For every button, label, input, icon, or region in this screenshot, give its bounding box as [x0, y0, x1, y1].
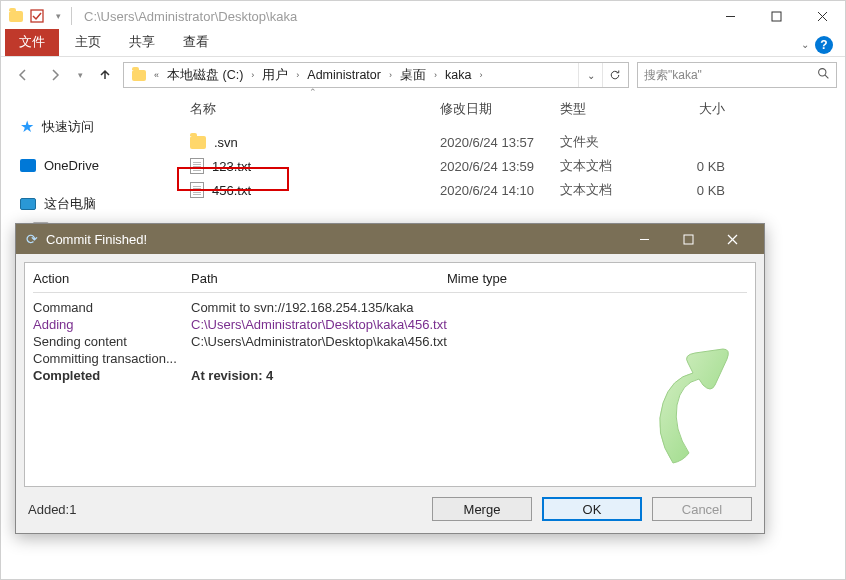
svg-rect-0	[31, 10, 43, 22]
sidebar-item-label: 快速访问	[42, 118, 94, 136]
chevron-right-icon[interactable]: ›	[387, 70, 394, 80]
log-action: Committing transaction...	[33, 351, 191, 366]
column-type[interactable]: 类型	[560, 101, 680, 118]
column-date[interactable]: 修改日期	[440, 101, 560, 118]
log-path: C:\Users\Administrator\Desktop\kaka\456.…	[191, 317, 471, 332]
breadcrumb-item[interactable]: 桌面	[394, 63, 432, 87]
ok-button[interactable]: OK	[542, 497, 642, 521]
chevron-right-icon[interactable]: ›	[432, 70, 439, 80]
maximize-button[interactable]	[753, 1, 799, 31]
log-action: Completed	[33, 368, 191, 383]
close-button[interactable]	[799, 1, 845, 31]
breadcrumb-item[interactable]: kaka	[439, 63, 477, 87]
ribbon-expand-icon[interactable]: ⌄	[801, 39, 809, 50]
dialog-title-bar[interactable]: ⟳ Commit Finished!	[16, 224, 764, 254]
file-size: 0 KB	[680, 159, 725, 174]
onedrive-icon	[20, 159, 36, 172]
search-placeholder: 搜索"kaka"	[644, 67, 702, 84]
sidebar-item-label: 这台电脑	[44, 195, 96, 213]
log-path: At revision: 4	[191, 368, 471, 383]
search-input[interactable]: 搜索"kaka"	[637, 62, 837, 88]
window-title: C:\Users\Administrator\Desktop\kaka	[84, 9, 297, 24]
sidebar-item-label: OneDrive	[44, 158, 99, 173]
breadcrumb-root-icon[interactable]	[126, 63, 152, 87]
dialog-status: Added:1	[28, 502, 76, 517]
nav-back-button[interactable]	[9, 61, 37, 89]
tab-home[interactable]: 主页	[61, 29, 115, 56]
merge-button[interactable]: Merge	[432, 497, 532, 521]
column-headers[interactable]: 名称 修改日期 类型 大小	[172, 95, 844, 120]
file-size: 0 KB	[680, 183, 725, 198]
folder-icon	[190, 136, 206, 149]
qat-dropdown-icon[interactable]: ▾	[49, 7, 67, 25]
chevron-right-icon[interactable]: ›	[477, 70, 484, 80]
sidebar-item-quick-access[interactable]: ★快速访问	[18, 113, 164, 140]
col-action[interactable]: Action	[33, 271, 191, 286]
file-name: .svn	[214, 135, 238, 150]
column-size[interactable]: 大小	[680, 101, 725, 118]
chevron-right-icon[interactable]: ›	[249, 70, 256, 80]
dialog-body: Action Path Mime type CommandCommit to s…	[24, 262, 756, 487]
log-action: Sending content	[33, 334, 191, 349]
file-date: 2020/6/24 14:10	[440, 183, 560, 198]
text-file-icon	[190, 158, 204, 174]
log-row[interactable]: CommandCommit to svn://192.168.254.135/k…	[33, 299, 747, 316]
col-path[interactable]: Path	[191, 271, 447, 286]
log-path: C:\Users\Administrator\Desktop\kaka\456.…	[191, 334, 471, 349]
breadcrumb-item[interactable]: 用户	[256, 63, 294, 87]
dialog-minimize-button[interactable]	[622, 224, 666, 254]
svg-rect-2	[772, 12, 781, 21]
sidebar-item-this-pc[interactable]: 这台电脑	[18, 191, 164, 217]
search-icon[interactable]	[817, 67, 830, 83]
file-name: 456.txt	[212, 183, 251, 198]
file-date: 2020/6/24 13:57	[440, 135, 560, 150]
file-type: 文本文档	[560, 181, 680, 199]
file-row[interactable]: 456.txt 2020/6/24 14:10 文本文档 0 KB	[172, 178, 844, 202]
file-row[interactable]: .svn 2020/6/24 13:57 文件夹	[172, 130, 844, 154]
nav-history-dropdown[interactable]: ▾	[73, 61, 87, 89]
pc-icon	[20, 198, 36, 210]
tab-file[interactable]: 文件	[5, 29, 59, 56]
file-date: 2020/6/24 13:59	[440, 159, 560, 174]
qat-properties-icon[interactable]	[28, 7, 46, 25]
breadcrumb-item[interactable]: Administrator	[301, 63, 387, 87]
cancel-button: Cancel	[652, 497, 752, 521]
dialog-maximize-button[interactable]	[666, 224, 710, 254]
minimize-button[interactable]	[707, 1, 753, 31]
refresh-icon[interactable]	[602, 63, 626, 87]
chevron-right-icon[interactable]: ›	[294, 70, 301, 80]
tab-share[interactable]: 共享	[115, 29, 169, 56]
nav-up-button[interactable]	[91, 61, 119, 89]
log-path	[191, 351, 471, 366]
folder-icon	[7, 7, 25, 25]
text-file-icon	[190, 182, 204, 198]
ribbon-tabs: 文件 主页 共享 查看	[1, 31, 845, 57]
tab-view[interactable]: 查看	[169, 29, 223, 56]
file-row[interactable]: 123.txt 2020/6/24 13:59 文本文档 0 KB	[172, 154, 844, 178]
svg-line-6	[825, 75, 828, 78]
help-icon[interactable]: ?	[815, 36, 833, 54]
file-name: 123.txt	[212, 159, 251, 174]
address-dropdown-icon[interactable]: ⌄	[578, 63, 602, 87]
star-icon: ★	[20, 117, 34, 136]
tortoise-icon: ⟳	[26, 231, 38, 247]
breadcrumb-item[interactable]: 本地磁盘 (C:)	[161, 63, 249, 87]
chevron-right-icon: «	[152, 70, 161, 80]
nav-forward-button[interactable]	[41, 61, 69, 89]
address-bar[interactable]: « 本地磁盘 (C:)› 用户› Administrator› 桌面› kaka…	[123, 62, 629, 88]
commit-dialog: ⟳ Commit Finished! Action Path Mime type…	[15, 223, 765, 534]
dialog-close-button[interactable]	[710, 224, 754, 254]
sidebar-item-onedrive[interactable]: OneDrive	[18, 154, 164, 177]
success-arrow-icon	[633, 333, 733, 473]
dialog-column-headers[interactable]: Action Path Mime type	[33, 271, 747, 286]
dialog-title: Commit Finished!	[46, 232, 147, 247]
file-type: 文件夹	[560, 133, 680, 151]
log-action: Command	[33, 300, 191, 315]
log-path: Commit to svn://192.168.254.135/kaka	[191, 300, 471, 315]
log-row[interactable]: AddingC:\Users\Administrator\Desktop\kak…	[33, 316, 747, 333]
col-mime[interactable]: Mime type	[447, 271, 547, 286]
column-name[interactable]: 名称	[180, 101, 440, 118]
file-type: 文本文档	[560, 157, 680, 175]
title-bar: ▾ C:\Users\Administrator\Desktop\kaka	[1, 1, 845, 31]
svg-rect-8	[684, 235, 693, 244]
